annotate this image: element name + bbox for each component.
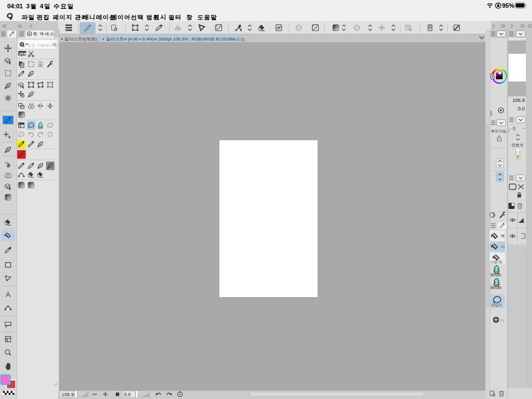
svg-text:다: 다 (501, 245, 505, 249)
svg-text:除閃動: 除閃動 (490, 273, 502, 277)
svg-text:0.0: 0.0 (124, 392, 131, 397)
svg-text:다: 다 (500, 319, 504, 323)
svg-text:NEW: NEW (19, 52, 27, 55)
svg-text:다른 레: 다른 레 (490, 260, 502, 264)
svg-text:채: 채 (500, 234, 505, 238)
svg-text:A: A (6, 290, 11, 299)
svg-text:除閃動: 除閃動 (490, 285, 502, 290)
svg-text:106.9: 106.9 (62, 392, 74, 397)
svg-text:부드러: 부드러 (491, 303, 502, 307)
